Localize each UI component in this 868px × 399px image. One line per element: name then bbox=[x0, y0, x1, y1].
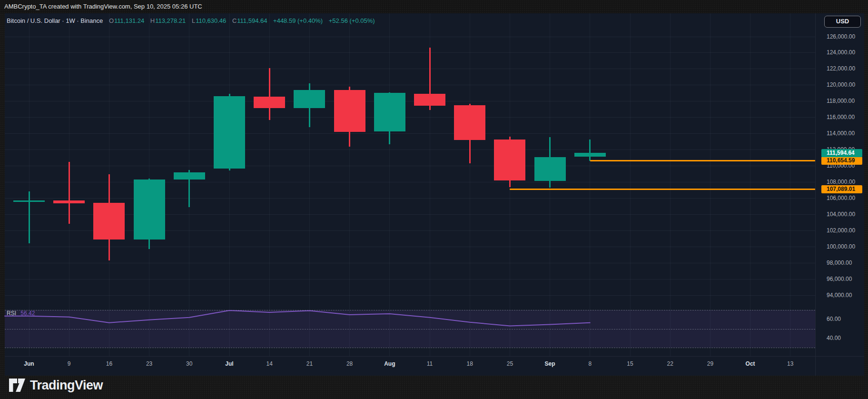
grid-h-line bbox=[5, 263, 815, 263]
time-axis-label[interactable]: 18 bbox=[467, 360, 473, 367]
candle-body bbox=[134, 180, 165, 239]
candle-body bbox=[254, 97, 285, 109]
time-axis-label[interactable]: 16 bbox=[106, 360, 112, 367]
ohlc-close-value: 111,594.64 bbox=[237, 17, 267, 24]
candle-body bbox=[174, 172, 205, 180]
price-axis-label[interactable]: 126,000.00 bbox=[827, 33, 855, 40]
candle-body bbox=[454, 105, 485, 140]
price-axis-label[interactable]: 96,000.00 bbox=[827, 276, 852, 282]
candle-body bbox=[534, 157, 566, 181]
grid-h-line bbox=[5, 279, 815, 279]
grid-h-line bbox=[5, 247, 815, 247]
price-axis-label[interactable]: 106,000.00 bbox=[827, 195, 855, 201]
price-axis-border bbox=[815, 13, 816, 376]
grid-h-line bbox=[5, 182, 815, 182]
time-axis-label[interactable]: 15 bbox=[627, 360, 633, 367]
price-axis-label[interactable]: 100,000.00 bbox=[827, 243, 855, 250]
time-axis-label[interactable]: 8 bbox=[588, 360, 592, 367]
rsi-axis-label[interactable]: 60.00 bbox=[827, 316, 841, 322]
time-axis-border bbox=[5, 356, 864, 357]
time-axis-label[interactable]: 9 bbox=[68, 360, 71, 367]
time-axis-label[interactable]: Oct bbox=[746, 360, 755, 367]
symbol-title[interactable]: Bitcoin / U.S. Dollar · 1W · Binance bbox=[7, 17, 103, 24]
grid-h-line bbox=[5, 101, 815, 101]
time-axis-label[interactable]: Jun bbox=[24, 360, 34, 367]
support-ray[interactable] bbox=[590, 160, 815, 161]
time-axis-label[interactable]: 30 bbox=[186, 360, 192, 367]
grid-h-line bbox=[5, 37, 815, 37]
grid-v-line bbox=[309, 13, 310, 356]
grid-h-line bbox=[5, 85, 815, 85]
time-axis-label[interactable]: Jul bbox=[225, 360, 233, 367]
tradingview-logo-glyph-icon bbox=[9, 378, 26, 392]
time-axis-label[interactable]: Aug bbox=[384, 360, 395, 367]
tradingview-screenshot: AMBCrypto_TA created with TradingView.co… bbox=[0, 0, 868, 399]
ray-price-tag: 107,089.01 bbox=[821, 185, 862, 193]
candle-body bbox=[93, 203, 125, 239]
time-axis-label[interactable]: 23 bbox=[146, 360, 152, 367]
candle-body bbox=[13, 200, 45, 202]
grid-v-line bbox=[29, 13, 30, 356]
candle-body bbox=[294, 90, 325, 108]
price-axis-label[interactable]: 124,000.00 bbox=[827, 49, 855, 56]
rsi-axis-label[interactable]: 40.00 bbox=[827, 335, 841, 341]
candle-wick bbox=[29, 191, 30, 243]
candle-body bbox=[494, 140, 525, 180]
time-axis-label[interactable]: Sep bbox=[545, 360, 555, 367]
grid-h-line bbox=[5, 230, 815, 231]
grid-h-line bbox=[5, 69, 815, 69]
price-axis-label[interactable]: 98,000.00 bbox=[827, 259, 852, 266]
time-axis-label[interactable]: 11 bbox=[427, 360, 433, 367]
price-axis-label[interactable]: 116,000.00 bbox=[827, 114, 855, 120]
time-axis-label[interactable]: 14 bbox=[266, 360, 273, 367]
grid-v-line bbox=[229, 13, 230, 356]
ohlc-low-label: L bbox=[192, 17, 195, 24]
current-price-tag: 111,594.64 bbox=[821, 149, 862, 157]
candle-wick bbox=[589, 140, 591, 161]
ohlc-open-label: O bbox=[109, 17, 114, 24]
price-axis-label[interactable]: 120,000.00 bbox=[827, 81, 855, 88]
grid-h-line bbox=[5, 117, 815, 118]
grid-v-line bbox=[349, 13, 350, 356]
chart-stage: 126,000.00124,000.00122,000.00120,000.00… bbox=[0, 0, 868, 399]
grid-h-line bbox=[5, 150, 815, 150]
time-axis-label[interactable]: 22 bbox=[667, 360, 673, 367]
time-axis-label[interactable]: 29 bbox=[707, 360, 713, 367]
grid-v-line bbox=[389, 13, 390, 356]
price-change: +448.59 (+0.40%) bbox=[273, 17, 323, 24]
time-axis-label[interactable]: 28 bbox=[346, 360, 353, 367]
price-axis-label[interactable]: 104,000.00 bbox=[827, 211, 855, 218]
grid-h-line bbox=[5, 198, 815, 199]
candle-body bbox=[574, 153, 606, 157]
price-axis-label[interactable]: 108,000.00 bbox=[827, 179, 855, 185]
price-axis-label[interactable]: 94,000.00 bbox=[827, 292, 852, 299]
ohlc-close-label: C bbox=[232, 17, 237, 24]
candle-wick bbox=[269, 68, 270, 120]
grid-v-line bbox=[790, 13, 790, 356]
grid-v-line bbox=[470, 13, 470, 356]
price-axis-label[interactable]: 102,000.00 bbox=[827, 227, 855, 234]
tradingview-logo[interactable]: TradingView bbox=[9, 377, 103, 393]
grid-v-line bbox=[630, 13, 631, 356]
time-axis-label[interactable]: 21 bbox=[306, 360, 313, 367]
grid-v-line bbox=[590, 13, 590, 356]
price-axis-label[interactable]: 114,000.00 bbox=[827, 130, 855, 137]
price-axis-label[interactable]: 122,000.00 bbox=[827, 65, 855, 72]
ohlc-high-value: 113,278.21 bbox=[155, 17, 186, 24]
support-ray[interactable] bbox=[510, 189, 815, 190]
ray-price-tag: 110,654.59 bbox=[821, 157, 862, 165]
time-axis-label[interactable]: 25 bbox=[507, 360, 513, 367]
grid-v-line bbox=[670, 13, 671, 356]
rsi-level-line bbox=[5, 329, 815, 329]
ohlc-open-value: 111,131.24 bbox=[114, 17, 144, 24]
rsi-level-line bbox=[5, 310, 815, 310]
candle-body bbox=[374, 93, 405, 131]
candle-body bbox=[214, 96, 245, 169]
rsi-level-line bbox=[5, 348, 815, 348]
grid-h-line bbox=[5, 133, 815, 134]
time-axis-label[interactable]: 13 bbox=[787, 360, 793, 367]
price-axis-label[interactable]: 118,000.00 bbox=[827, 98, 855, 104]
currency-toggle-button[interactable]: USD bbox=[824, 16, 861, 28]
candle-body bbox=[53, 200, 85, 203]
rsi-indicator-label[interactable]: RSI bbox=[7, 310, 16, 317]
